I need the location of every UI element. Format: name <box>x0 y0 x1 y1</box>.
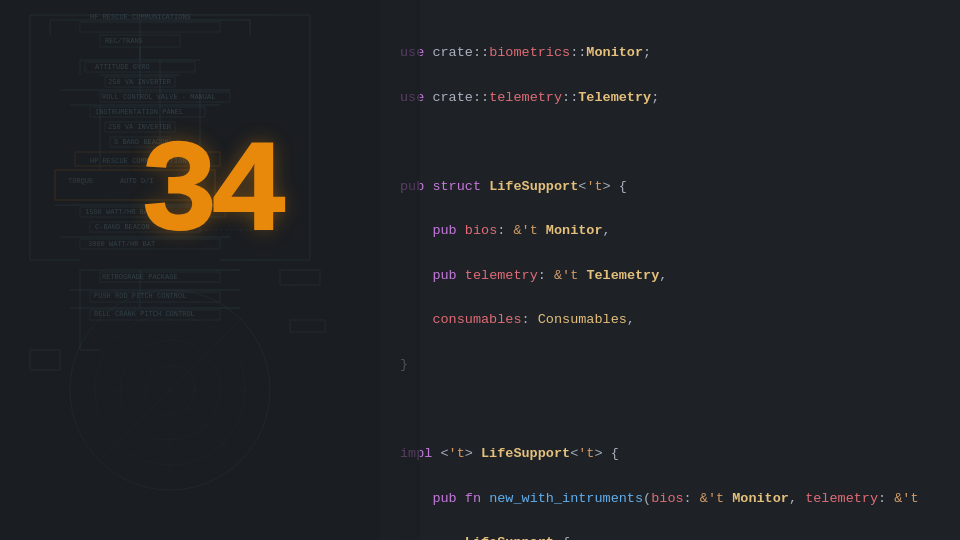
code-line-3: pub struct LifeSupport<'t> { <box>400 176 940 198</box>
code-line-2: use crate::telemetry::Telemetry; <box>400 87 940 109</box>
code-line-8: impl <'t> LifeSupport<'t> { <box>400 443 940 465</box>
code-line-10: LifeSupport { <box>400 532 940 540</box>
big-number-display: 34 <box>140 130 280 260</box>
code-editor: use crate::biometrics::Monitor; use crat… <box>400 20 940 540</box>
code-line-9: pub fn new_with_intruments(bios: &'t Mon… <box>400 488 940 510</box>
code-line-1: use crate::biometrics::Monitor; <box>400 42 940 64</box>
code-line-6: consumables: Consumables, <box>400 309 940 331</box>
blank-line-1 <box>400 131 940 153</box>
code-panel: use crate::biometrics::Monitor; use crat… <box>380 0 960 540</box>
left-blend-overlay <box>0 0 420 540</box>
code-line-5: pub telemetry: &'t Telemetry, <box>400 265 940 287</box>
code-line-4: pub bios: &'t Monitor, <box>400 220 940 242</box>
code-line-7: } <box>400 354 940 376</box>
blank-line-2 <box>400 399 940 421</box>
